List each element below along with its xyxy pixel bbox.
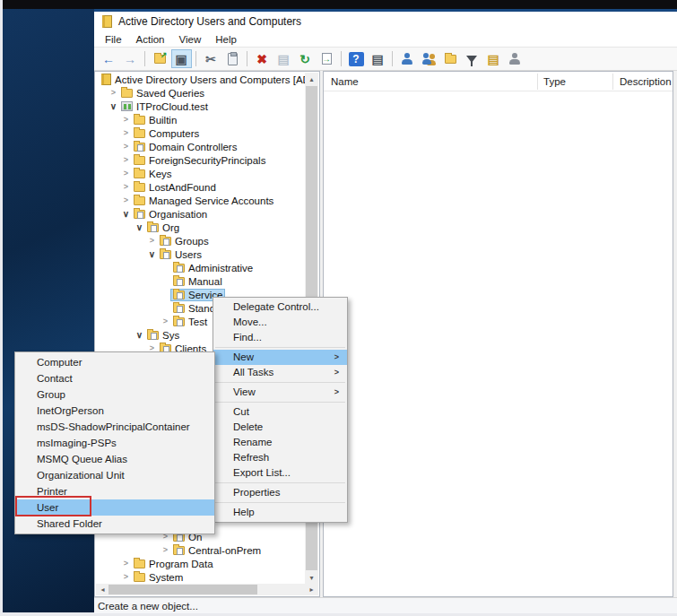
tree-item-lostandfound[interactable]: >LostAndFound (96, 180, 305, 194)
horizontal-scroll-thumb[interactable] (108, 585, 257, 594)
tree-item-domain-controllers[interactable]: >Domain Controllers (96, 140, 305, 153)
show-window-icon: ▤ (371, 53, 383, 65)
tree-horizontal-scrollbar[interactable]: ◂ ▸ (96, 584, 318, 595)
context-menu-item-find[interactable]: Find... (213, 330, 347, 345)
open-parent-folder-button[interactable]: ↗ (150, 49, 170, 68)
tree-item-org[interactable]: ∨Org (96, 221, 305, 234)
menu-item-label: Export List... (233, 467, 291, 478)
tree-node: Organisation (132, 209, 209, 220)
column-divider[interactable] (612, 74, 613, 90)
context-menu-item-view[interactable]: View> (213, 385, 347, 400)
forward-button[interactable]: → (120, 49, 141, 68)
new-submenu-item-group[interactable]: Group (15, 386, 214, 403)
tree-chevron-collapsed-icon[interactable]: > (120, 126, 132, 140)
properties-disabled-button[interactable]: ▤ (273, 49, 294, 68)
new-submenu-item-inetorgperson[interactable]: InetOrgPerson (15, 403, 214, 419)
new-user-button[interactable] (397, 49, 418, 68)
tree-item-keys[interactable]: >Keys (96, 167, 305, 180)
new-ou-folder-button[interactable] (440, 49, 461, 68)
tree-node: Manual (171, 276, 224, 287)
delete-button[interactable]: ✖ (252, 49, 273, 68)
column-divider[interactable] (537, 74, 538, 90)
tree-item-organisation[interactable]: ∨Organisation (96, 207, 305, 221)
column-header-type[interactable]: Type (543, 72, 566, 91)
new-submenu-item-printer[interactable]: Printer (15, 483, 214, 499)
cut-button[interactable]: ✂ (201, 49, 221, 68)
menu-help[interactable]: Help (208, 31, 244, 47)
scroll-right-icon[interactable]: ▸ (305, 584, 318, 595)
tree-item-program-data[interactable]: >Program Data (96, 557, 305, 570)
new-submenu-item-msds-shadowprincipalcontainer[interactable]: msDS-ShadowPrincipalContainer (15, 419, 214, 435)
tree-item-system[interactable]: >System (96, 570, 305, 584)
new-submenu-item-contact[interactable]: Contact (15, 370, 214, 386)
scroll-left-icon[interactable]: ◂ (96, 584, 109, 595)
tree-chevron-collapsed-icon[interactable]: > (120, 167, 132, 180)
tree-chevron-collapsed-icon[interactable]: > (120, 570, 132, 584)
tree-item-builtin[interactable]: >Builtin (96, 113, 305, 126)
new-submenu-item-msmq-queue-alias[interactable]: MSMQ Queue Alias (15, 451, 214, 467)
tree-item-manual[interactable]: Manual (96, 274, 305, 288)
tree-chevron-collapsed-icon[interactable]: > (120, 557, 132, 570)
new-submenu-item-msimaging-psps[interactable]: msImaging-PSPs (15, 435, 214, 451)
context-menu-item-move[interactable]: Move... (213, 315, 347, 330)
context-menu-item-delegate-control[interactable]: Delegate Control... (213, 299, 347, 315)
tree-item-central-onprem[interactable]: >Central-onPrem (96, 543, 305, 557)
object-list-pane: NameTypeDescription (323, 71, 673, 597)
tree-item-managed-service-accounts[interactable]: >Managed Service Accounts (96, 194, 305, 207)
tree-item-active-directory-users-and-computers-ads01-itp[interactable]: Active Directory Users and Computers [AD… (96, 73, 305, 86)
context-menu-item-properties[interactable]: Properties (213, 485, 347, 500)
tree-chevron-expanded-icon[interactable]: ∨ (108, 100, 119, 113)
set-password-button[interactable] (505, 49, 525, 68)
context-menu-item-rename[interactable]: Rename (213, 435, 347, 450)
menu-view[interactable]: View (172, 31, 209, 47)
refresh-button[interactable]: ↻ (295, 49, 316, 68)
menu-action[interactable]: Action (129, 31, 172, 47)
menu-file[interactable]: File (98, 31, 129, 47)
tree-chevron-expanded-icon[interactable]: ∨ (134, 328, 145, 342)
tree-item-itprocloud-test[interactable]: ∨ITProCloud.test (96, 100, 305, 113)
new-group-button[interactable] (419, 49, 439, 68)
column-header-name[interactable]: Name (331, 72, 359, 91)
context-menu-item-refresh[interactable]: Refresh (213, 450, 347, 465)
new-submenu-item-shared-folder[interactable]: Shared Folder (15, 516, 214, 532)
new-window-button[interactable]: ▤ (483, 49, 504, 68)
help-button[interactable]: ? (346, 49, 367, 68)
context-menu-item-new[interactable]: New> (213, 350, 347, 365)
tree-chevron-collapsed-icon[interactable]: > (120, 140, 132, 153)
tree-chevron-expanded-icon[interactable]: ∨ (146, 247, 158, 261)
tree-chevron-collapsed-icon[interactable]: > (120, 180, 132, 194)
tree-chevron-collapsed-icon[interactable]: > (146, 234, 158, 247)
tree-chevron-collapsed-icon[interactable]: > (160, 543, 171, 557)
new-submenu-item-organizational-unit[interactable]: Organizational Unit (15, 467, 214, 483)
context-menu-item-delete[interactable]: Delete (213, 420, 347, 435)
filter-button[interactable] (462, 49, 482, 68)
tree-chevron-expanded-icon[interactable]: ∨ (134, 221, 145, 234)
tree-chevron-collapsed-icon[interactable]: > (160, 315, 171, 328)
tree-chevron-expanded-icon[interactable]: ∨ (120, 207, 132, 221)
show-window-button[interactable]: ▤ (368, 49, 388, 68)
tree-item-foreignsecurityprincipals[interactable]: >ForeignSecurityPrincipals (96, 153, 305, 167)
context-menu-item-export-list[interactable]: Export List... (213, 465, 347, 481)
tree-item-saved-queries[interactable]: >Saved Queries (96, 86, 305, 100)
back-button[interactable]: ← (99, 49, 119, 68)
context-menu-item-cut[interactable]: Cut (213, 404, 347, 420)
context-menu-item-all-tasks[interactable]: All Tasks> (213, 365, 347, 380)
scroll-down-icon[interactable]: ▾ (305, 571, 318, 584)
tree-chevron-collapsed-icon[interactable]: > (120, 194, 132, 207)
paste-button[interactable] (222, 49, 243, 68)
tree-item-computers[interactable]: >Computers (96, 126, 305, 140)
new-submenu-item-computer[interactable]: Computer (15, 354, 214, 370)
tree-item-groups[interactable]: >Groups (96, 234, 305, 247)
context-menu-item-help[interactable]: Help (213, 505, 347, 520)
show-console-tree-button[interactable]: ▣ (171, 49, 192, 68)
tree-item-users[interactable]: ∨Users (96, 247, 305, 261)
column-header-description[interactable]: Description (620, 72, 672, 91)
tree-item-administrative[interactable]: Administrative (96, 261, 305, 274)
tree-chevron-collapsed-icon[interactable]: > (108, 86, 119, 100)
export-list-button[interactable]: → (317, 49, 337, 68)
tree-node: Program Data (132, 559, 215, 569)
tree-chevron-collapsed-icon[interactable]: > (120, 153, 132, 167)
new-submenu-item-user[interactable]: User (15, 499, 214, 516)
tree-chevron-collapsed-icon[interactable]: > (120, 113, 132, 126)
scroll-up-icon[interactable]: ▴ (305, 73, 318, 85)
